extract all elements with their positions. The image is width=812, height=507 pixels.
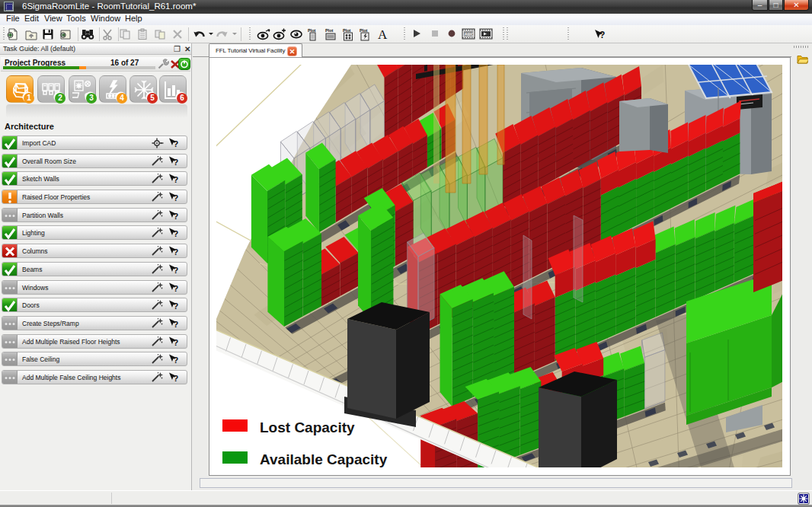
svg-text:?: ? bbox=[174, 247, 179, 257]
svg-text:?: ? bbox=[174, 374, 179, 383]
svg-text:A: A bbox=[378, 28, 388, 40]
svg-text:?: ? bbox=[174, 301, 179, 311]
svg-text:?: ? bbox=[174, 229, 179, 238]
svg-text:?: ? bbox=[174, 175, 179, 184]
svg-text:?: ? bbox=[174, 338, 179, 347]
svg-text:?: ? bbox=[174, 356, 179, 365]
svg-text:?: ? bbox=[174, 266, 179, 275]
svg-text:Plot: Plot bbox=[343, 28, 351, 33]
svg-text:Plot: Plot bbox=[308, 28, 316, 33]
svg-text:?: ? bbox=[174, 212, 179, 221]
svg-text:?: ? bbox=[174, 139, 179, 148]
svg-text:?: ? bbox=[174, 193, 179, 202]
svg-text:?: ? bbox=[174, 284, 179, 293]
svg-text:?: ? bbox=[174, 320, 179, 329]
svg-text:Available Capacity: Available Capacity bbox=[260, 451, 388, 467]
svg-text:Plot: Plot bbox=[360, 28, 368, 33]
svg-text:Lost Capacity: Lost Capacity bbox=[260, 419, 355, 435]
svg-text:ABC: ABC bbox=[464, 32, 475, 37]
svg-text:Plot: Plot bbox=[325, 28, 334, 33]
svg-text:?: ? bbox=[599, 30, 605, 40]
svg-text:?: ? bbox=[174, 158, 179, 167]
